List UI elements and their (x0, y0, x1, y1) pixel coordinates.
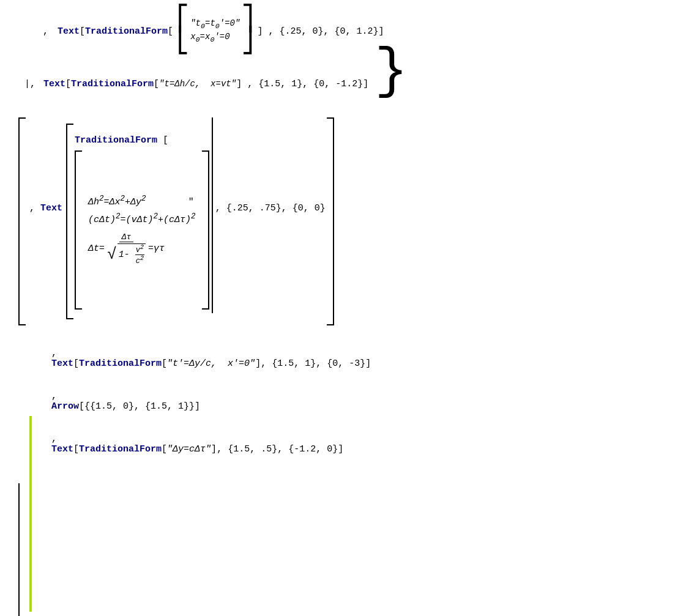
section-4: , Text[TraditionalForm["t′=Δy/c, x′=0"],… (18, 338, 685, 465)
text-content-4c: "Δy=cΔτ" (167, 444, 211, 455)
line-3-main: , Text TraditionalForm [ (18, 117, 685, 325)
cl-4a: ] (255, 358, 261, 369)
delta-h-sq: Δh2=Δx2+Δy2 (88, 197, 146, 207)
tform-open-3: [ (163, 135, 168, 146)
open-bracket-2: [ (168, 26, 173, 37)
text-content-2: "t=Δh/c, x=vt" (159, 79, 236, 89)
section-3: , Text TraditionalForm [ (18, 117, 685, 325)
sqrt-content: 1- v2 c2 (117, 243, 146, 265)
c-delta-t-sq: (cΔt)2=(vΔt)2+(cΔτ)2 (88, 215, 196, 225)
coords-4c: , {1.5, .5}, {-1.2, 0} (217, 444, 338, 455)
matrix-row-2: x0=x0′=0 (190, 31, 240, 45)
open-bracket-3: [ (65, 79, 71, 89)
arrow-kw: Arrow (51, 401, 79, 412)
math-line-2: (cΔt)2=(vΔt)2+(cΔτ)2 (88, 212, 196, 225)
traditional-form-1: TraditionalForm (85, 26, 168, 37)
section-2: |, Text [ TraditionalForm [ "t=Δh/c, x=v… (18, 62, 685, 99)
bottom-vert-line (18, 483, 20, 616)
matrix-cell-2: x0=x0′=0 (190, 31, 229, 45)
close-tform-2: ] (236, 79, 242, 89)
comma-text-3: , Text (27, 117, 65, 213)
inner-left-bracket-shape (66, 124, 73, 319)
line-4a: , Text[TraditionalForm["t′=Δy/c, x′=0"],… (18, 338, 685, 379)
open-bracket-4: [ (154, 79, 159, 89)
math-content-3: Δh2=Δx2+Δy2 " (cΔt)2=(vΔt)2+(cΔτ)2 Δt= (82, 150, 202, 310)
line-4b: , Arrow[{{1.5, 0}, {1.5, 1}}] (18, 380, 685, 422)
inner-matrix-wrap: Δh2=Δx2+Δy2 " (cΔt)2=(vΔt)2+(cΔτ)2 Δt= (75, 150, 209, 310)
text-keyword-2: Text (43, 79, 65, 89)
matrix-content-1: "t0=t0′=0" x0=x0′=0 (190, 18, 240, 45)
coords-4a: , {1.5, 1}, {0, -3} (261, 358, 365, 369)
close-bracket-2: ] (363, 79, 368, 89)
traditional-form-2: TraditionalForm (71, 79, 154, 89)
outer-right-bracket-shape-1 (327, 117, 334, 325)
inner-sq-left (75, 150, 82, 310)
text-kw-4c: Text (51, 444, 73, 455)
math-line-1: Δh2=Δx2+Δy2 " (88, 195, 196, 207)
cl-4a2: ] (365, 358, 371, 369)
curly-brace-right: } (375, 44, 408, 99)
matrix-cell-1: "t0=t0′=0" (190, 18, 240, 31)
coords-2: , {1.5, 1}, {0, -1.2} (242, 79, 363, 89)
quote-end-1: " (188, 197, 194, 207)
br-4c2: [ (162, 444, 167, 455)
bottom-brackets-wrap (18, 483, 685, 616)
gamma-tau: =γτ (148, 243, 165, 254)
coords-3-text: , {.25, .75}, {0, 0} (215, 203, 326, 213)
math-line-3: Δt= Δτ √ 1- v2 (88, 232, 196, 265)
coords-3: , {.25, .75}, {0, 0} (215, 117, 326, 213)
br-4a: [ (73, 358, 79, 369)
inner-left-bracket-1 (66, 124, 73, 319)
comma-4a: , (51, 348, 62, 358)
text-keyword-3: Text (40, 203, 62, 213)
text-content-4a: "t′=Δy/c, x′=0" (167, 358, 255, 369)
close-bracket-1: ] (379, 26, 384, 37)
section-1: , Text [ TraditionalForm [ ⎡⎣ "t0=t0′=0"… (18, 9, 685, 53)
comma-1: , (43, 26, 54, 37)
delta-t-eq: Δt= (88, 243, 105, 254)
text-keyword-1: Text (58, 26, 80, 37)
cl-4c2: ] (338, 444, 343, 455)
comma-4c: , (51, 434, 62, 444)
outer-left-bracket-shape-1 (18, 117, 26, 325)
frac-den-wrap: √ 1- v2 c2 (107, 242, 146, 265)
tform-3-content: TraditionalForm [ Δh2=Δx2+Δy2 " (75, 129, 209, 314)
comma-4b: , (51, 391, 62, 401)
vertical-sep (212, 117, 213, 313)
br-4c: [ (73, 444, 79, 455)
cl-4c: ] (211, 444, 217, 455)
fraction-wrap: Δτ √ 1- v2 c2 (107, 232, 146, 265)
tf-4c: TraditionalForm (79, 444, 162, 455)
tf-4a: TraditionalForm (79, 358, 162, 369)
outer-right-bracket-1 (327, 117, 334, 325)
text-kw-4a: Text (51, 358, 73, 369)
outer-left-bracket-1 (18, 117, 26, 325)
line-4c: , Text[TraditionalForm["Δy=cΔτ"], {1.5, … (18, 423, 685, 465)
coords-1: , {.25, 0}, {0, 1.2} (263, 26, 379, 37)
pipe-1: |, (24, 79, 41, 89)
br-4a2: [ (162, 358, 167, 369)
matrix-row-1: "t0=t0′=0" (190, 18, 240, 31)
sqrt-symbol: √ (107, 247, 117, 262)
frac-num: Δτ (119, 232, 134, 242)
bottom-section: } ] ]] (18, 483, 685, 616)
inner-fraction: v2 c2 (135, 244, 144, 265)
close-tform-1: ] (258, 26, 263, 37)
page-container: , Text [ TraditionalForm [ ⎡⎣ "t0=t0′=0"… (0, 0, 697, 616)
tform-3-label: TraditionalForm [ (75, 135, 209, 146)
matrix-1: ⎡⎣ "t0=t0′=0" x0=x0′=0 ⎤⎦ (176, 9, 255, 53)
open-bracket-1: [ (80, 26, 85, 37)
line-1: , Text [ TraditionalForm [ ⎡⎣ "t0=t0′=0"… (43, 9, 685, 53)
br-4b: [{{1.5, 0}, {1.5, 1}}] (79, 401, 200, 412)
inner-sq-right (202, 150, 209, 310)
traditional-form-3: TraditionalForm (75, 135, 157, 146)
line-2-wrap: |, Text [ TraditionalForm [ "t=Δh/c, x=v… (24, 79, 368, 89)
